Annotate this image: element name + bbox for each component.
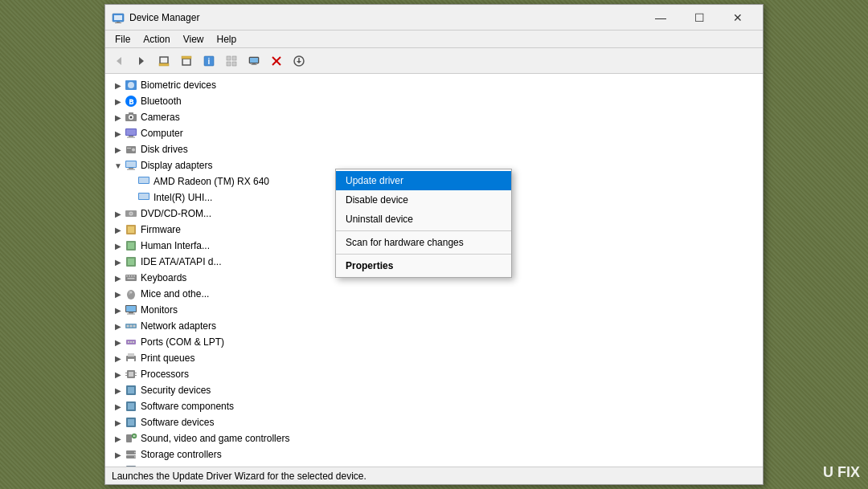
expand-mice[interactable]: ▶ — [112, 287, 125, 300]
svg-rect-36 — [127, 137, 135, 138]
svg-point-26 — [128, 82, 134, 88]
svg-marker-24 — [297, 61, 301, 63]
hid-label: Human Interfa... — [141, 240, 210, 251]
tree-item-bluetooth[interactable]: ▶ ʙ Bluetooth — [105, 93, 763, 109]
expand-display[interactable]: ▼ — [112, 159, 125, 172]
expand-dvd[interactable]: ▶ — [112, 207, 125, 220]
svg-rect-92 — [128, 419, 134, 426]
system-label: System devices — [141, 465, 208, 467]
disk-label: Disk drives — [141, 144, 188, 155]
expand-biometric[interactable]: ▶ — [112, 79, 125, 92]
svg-rect-34 — [126, 129, 136, 135]
tree-item-print[interactable]: ▶ Print queues — [105, 350, 763, 366]
tree-item-ports[interactable]: ▶ Ports (COM & LPT) — [105, 334, 763, 350]
ctx-disable-device[interactable]: Disable device — [336, 190, 511, 210]
expand-processors[interactable]: ▶ — [112, 368, 125, 381]
display-label: Display adapters — [141, 160, 212, 171]
svg-rect-17 — [250, 58, 258, 63]
minimize-button[interactable]: — — [642, 6, 679, 30]
svg-rect-80 — [128, 359, 134, 362]
computer-label: Computer — [141, 128, 183, 139]
device-manager-window: Device Manager — ☐ ✕ File Action View He… — [104, 4, 764, 485]
icon-disk — [125, 143, 137, 156]
svg-point-31 — [130, 116, 133, 119]
expand-sound[interactable]: ▶ — [112, 432, 125, 445]
expand-storage[interactable]: ▶ — [112, 448, 125, 461]
maximize-button[interactable]: ☐ — [681, 6, 718, 30]
menu-action[interactable]: Action — [137, 32, 176, 47]
icon-biometric — [125, 79, 137, 92]
toolbar: i — [105, 48, 763, 74]
tree-item-security[interactable]: ▶ Security devices — [105, 382, 763, 398]
expand-computer[interactable]: ▶ — [112, 127, 125, 140]
expand-ide[interactable]: ▶ — [112, 255, 125, 268]
mice-label: Mice and othe... — [141, 288, 209, 300]
ctx-update-driver[interactable]: Update driver — [336, 171, 511, 190]
tree-item-software-comp[interactable]: ▶ Software components — [105, 398, 763, 414]
context-menu: Update driver Disable device Uninstall d… — [335, 169, 512, 278]
tree-item-system[interactable]: ▶ System devices — [105, 463, 763, 467]
svg-rect-14 — [227, 62, 231, 66]
tree-item-storage[interactable]: ▶ Storage controllers — [105, 446, 763, 463]
expand-monitors[interactable]: ▶ — [112, 304, 125, 316]
toolbar-down[interactable] — [176, 51, 197, 71]
icon-ports — [125, 336, 137, 348]
tree-item-monitors[interactable]: ▶ Monitors — [105, 302, 763, 318]
expand-firmware[interactable]: ▶ — [112, 223, 125, 236]
toolbar-back[interactable] — [108, 51, 129, 71]
expand-hid[interactable]: ▶ — [112, 239, 125, 252]
expand-system[interactable]: ▶ — [112, 464, 125, 467]
svg-point-99 — [134, 456, 136, 458]
svg-rect-39 — [127, 148, 131, 149]
svg-rect-6 — [160, 57, 168, 63]
svg-rect-88 — [128, 387, 134, 393]
close-button[interactable]: ✕ — [719, 6, 756, 30]
menu-help[interactable]: Help — [211, 32, 244, 47]
ctx-uninstall-device[interactable]: Uninstall device — [336, 210, 511, 229]
menu-view[interactable]: View — [177, 32, 211, 47]
tree-item-biometric[interactable]: ▶ Biometric devices — [105, 77, 763, 93]
tree-item-software-dev[interactable]: ▶ Software devices — [105, 414, 763, 430]
svg-rect-79 — [128, 353, 134, 357]
svg-rect-35 — [129, 136, 133, 137]
expand-security[interactable]: ▶ — [112, 384, 125, 397]
toolbar-grid[interactable] — [221, 51, 242, 71]
svg-rect-15 — [232, 62, 236, 66]
expand-bluetooth[interactable]: ▶ — [112, 95, 125, 108]
tree-item-processors[interactable]: ▶ Processors — [105, 366, 763, 382]
ctx-scan-changes[interactable]: Scan for hardware changes — [336, 233, 511, 252]
toolbar-download[interactable] — [289, 51, 309, 71]
watermark-text: FIX — [837, 464, 860, 480]
expand-software-dev[interactable]: ▶ — [112, 416, 125, 429]
icon-software-dev — [125, 416, 137, 429]
expand-software-comp[interactable]: ▶ — [112, 400, 125, 413]
tree-item-disk[interactable]: ▶ Disk drives — [105, 141, 763, 157]
svg-rect-62 — [128, 278, 135, 279]
tree-item-network[interactable]: ▶ Network adapters — [105, 318, 763, 334]
tree-item-computer[interactable]: ▶ Computer — [105, 125, 763, 141]
toolbar-forward[interactable] — [131, 51, 152, 71]
keyboards-label: Keyboards — [141, 272, 186, 283]
status-bar: Launches the Update Driver Wizard for th… — [105, 467, 763, 484]
toolbar-up[interactable] — [154, 51, 174, 71]
expand-keyboards[interactable]: ▶ — [112, 271, 125, 284]
icon-bluetooth: ʙ — [125, 95, 137, 108]
expand-network[interactable]: ▶ — [112, 320, 125, 332]
svg-rect-77 — [133, 341, 134, 343]
expand-cameras[interactable]: ▶ — [112, 111, 125, 124]
tree-item-sound[interactable]: ▶ Sound, video and game controllers — [105, 430, 763, 446]
icon-display — [125, 159, 137, 172]
ctx-properties[interactable]: Properties — [336, 256, 511, 275]
expand-print[interactable]: ▶ — [112, 352, 125, 365]
toolbar-delete[interactable] — [266, 51, 287, 71]
expand-ports[interactable]: ▶ — [112, 336, 125, 348]
software-dev-label: Software devices — [141, 417, 214, 428]
menu-file[interactable]: File — [108, 32, 137, 47]
tree-item-mice[interactable]: ▶ Mice and othe... — [105, 286, 763, 302]
toolbar-monitor[interactable] — [244, 51, 264, 71]
tree-item-cameras[interactable]: ▶ Cameras — [105, 109, 763, 125]
svg-rect-69 — [127, 314, 135, 315]
expand-disk[interactable]: ▶ — [112, 143, 125, 156]
toolbar-info[interactable]: i — [199, 51, 219, 71]
watermark-prefix: U — [823, 464, 833, 480]
